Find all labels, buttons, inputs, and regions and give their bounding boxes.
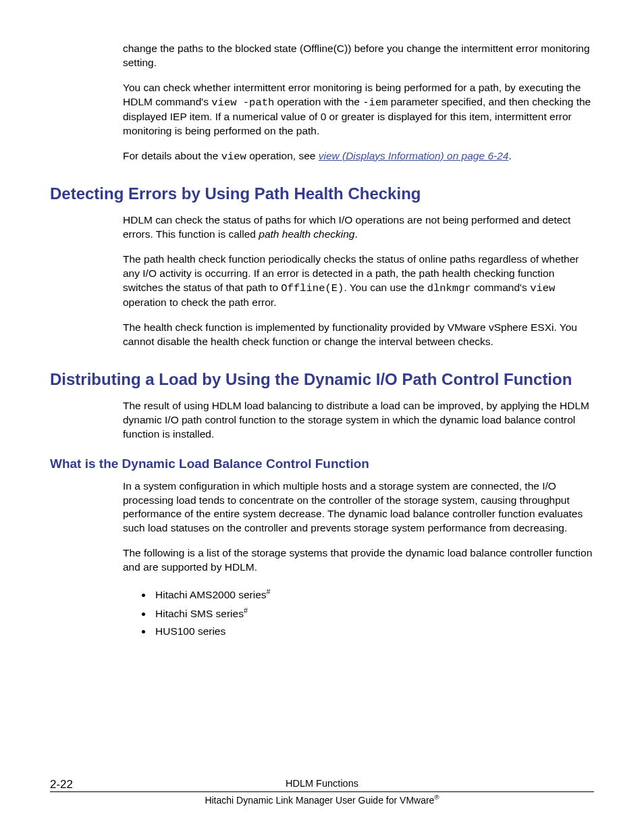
paragraph: You can check whether intermittent error… — [123, 81, 594, 138]
page-number: 2-22 — [50, 778, 73, 791]
footer-rule — [50, 791, 594, 792]
text: command's — [471, 282, 530, 293]
page-footer: 2-22 HDLM Functions Hitachi Dynamic Link… — [50, 778, 594, 806]
list-item: Hitachi SMS series# — [153, 604, 594, 623]
footnote-marker: # — [244, 606, 248, 615]
list-item: HUS100 series — [153, 623, 594, 640]
list-item: Hitachi AMS2000 series# — [153, 585, 594, 604]
footer-title: HDLM Functions — [286, 778, 358, 789]
text: operation with the — [274, 96, 363, 107]
paragraph: The health check function is implemented… — [123, 321, 594, 349]
registered-mark: ® — [434, 793, 439, 801]
heading-dynamic-load-balance: What is the Dynamic Load Balance Control… — [50, 457, 594, 471]
text: Hitachi SMS series — [155, 608, 244, 619]
paragraph: change the paths to the blocked state (O… — [123, 42, 594, 70]
page-content: change the paths to the blocked state (O… — [0, 0, 644, 640]
heading-distributing-load: Distributing a Load by Using the Dynamic… — [50, 369, 594, 390]
text: . — [508, 150, 511, 161]
text: . — [354, 228, 357, 240]
code: dlnkmgr — [427, 282, 471, 294]
section-block: In a system configuration in which multi… — [123, 479, 594, 641]
term: path health checking — [259, 228, 354, 240]
text: For details about the — [123, 150, 221, 161]
text: operation to check the path error. — [123, 296, 276, 308]
code: view — [221, 151, 246, 163]
footnote-marker: # — [267, 588, 271, 596]
footer-subtitle: Hitachi Dynamic Link Manager User Guide … — [50, 793, 594, 806]
section-block: The result of using HDLM load balancing … — [123, 399, 594, 442]
section-block: HDLM can check the status of paths for w… — [123, 213, 594, 348]
text: . You can use the — [344, 282, 427, 293]
code: view — [530, 282, 555, 294]
paragraph: In a system configuration in which multi… — [123, 479, 594, 536]
paragraph: The result of using HDLM load balancing … — [123, 399, 594, 442]
intro-block: change the paths to the blocked state (O… — [123, 42, 594, 163]
cross-reference-link[interactable]: view (Displays Information) on page 6-24 — [319, 150, 509, 161]
storage-system-list: Hitachi AMS2000 series# Hitachi SMS seri… — [123, 585, 594, 640]
paragraph: The following is a list of the storage s… — [123, 546, 594, 575]
paragraph: The path health check function periodica… — [123, 253, 594, 310]
text: Hitachi AMS2000 series — [155, 589, 267, 600]
heading-detecting-errors: Detecting Errors by Using Path Health Ch… — [50, 184, 594, 204]
code: view -path — [211, 97, 274, 109]
paragraph: For details about the view operation, se… — [123, 149, 594, 164]
code: -iem — [363, 97, 387, 109]
text: operation, see — [246, 150, 319, 161]
code: Offline(E) — [281, 282, 344, 294]
text: Hitachi Dynamic Link Manager User Guide … — [205, 795, 434, 806]
paragraph: HDLM can check the status of paths for w… — [123, 213, 594, 242]
